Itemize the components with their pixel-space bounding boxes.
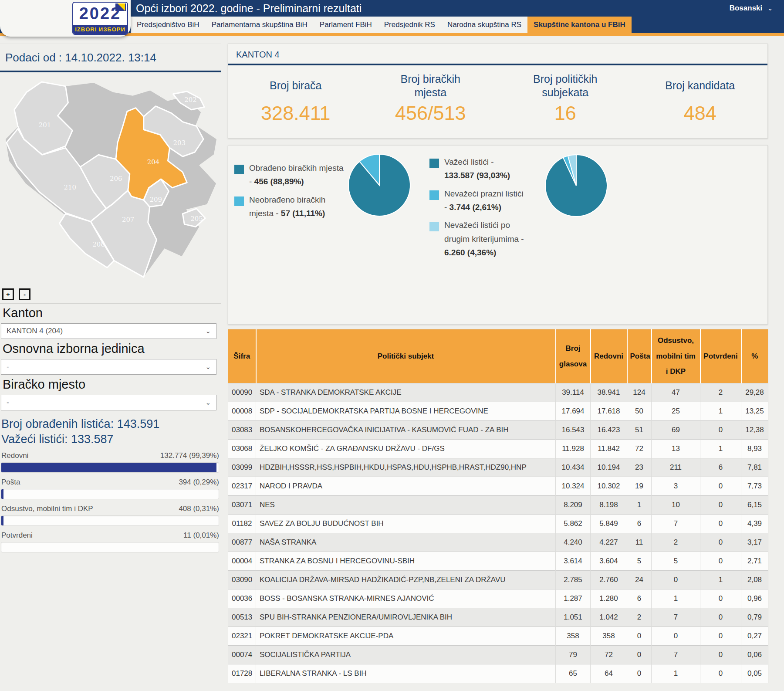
party-code-cell: 00004 <box>228 552 256 571</box>
nav-tab-3[interactable]: Predsjednik RS <box>378 17 441 33</box>
value-cell: 0 <box>627 646 652 664</box>
bar-track <box>1 515 219 526</box>
party-code-cell: 02321 <box>228 627 256 646</box>
table-row: 00004STRANKA ZA BOSNU I HERCEGOVINU-SBIH… <box>228 552 768 571</box>
party-name-cell: SOCIJALISTIČKA PARTIJA <box>256 646 556 664</box>
value-cell: 51 <box>627 421 652 440</box>
value-cell: 19 <box>627 477 652 496</box>
kanton-stats: Broj birača328.411Broj biračkih mjesta45… <box>228 65 767 125</box>
value-cell: 25 <box>652 402 700 421</box>
party-name-cell: NAROD I PRAVDA <box>256 477 556 496</box>
pie-chart-listici <box>544 153 609 218</box>
table-row: 02317NAROD I PRAVDA10.32410.30219307,73 <box>228 477 768 496</box>
value-cell: 1.051 <box>556 608 591 627</box>
value-cell: 72 <box>591 646 627 664</box>
value-cell: 12,38 <box>741 421 768 440</box>
language-selector[interactable]: Bosanski ⌄ <box>730 0 773 17</box>
page: Opći izbori 2022. godine - Preliminarni … <box>0 0 784 691</box>
value-cell: 7,81 <box>741 458 768 477</box>
izborna-jedinica-select[interactable]: - ⌄ <box>1 359 216 375</box>
map-zoom-out-button[interactable]: - <box>19 288 30 300</box>
kanton-stat-label: Broj političkih subjekata <box>498 71 633 100</box>
value-cell: 64 <box>591 664 627 683</box>
bar-label: Redovni <box>1 451 28 460</box>
nav-tab-4[interactable]: Narodna skupština RS <box>441 17 527 33</box>
map-label-206: 206 <box>110 175 122 183</box>
value-cell: 0 <box>700 421 741 440</box>
value-cell: 3.614 <box>556 552 591 571</box>
party-code-cell: 00090 <box>228 383 256 402</box>
map-zoom-in-button[interactable]: + <box>2 288 14 300</box>
table-row: 00877NAŠA STRANKA4.2404.22711203,17 <box>228 533 768 552</box>
party-name-cell: ŽELJKO KOMŠIĆ - ZA GRAĐANSKU DRŽAVU - DF… <box>256 440 556 458</box>
value-cell: 1 <box>700 440 741 458</box>
valid-ballots-total: Važeći listići: 133.587 <box>1 433 221 446</box>
value-cell: 2.760 <box>591 571 627 589</box>
charts-panel: Obrađeno biračkih mjesta - 456 (88,89%)N… <box>228 145 768 325</box>
value-cell: 0 <box>700 533 741 552</box>
value-cell: 5 <box>627 552 652 571</box>
nav-tab-2[interactable]: Parlament FBiH <box>314 17 378 33</box>
nav-tab-0[interactable]: Predsjedništvo BiH <box>131 17 206 33</box>
legend-text: Važeći listići - 133.587 (93,03%) <box>444 155 525 183</box>
table-row: 01182SAVEZ ZA BOLJU BUDUĆNOST BIH5.8625.… <box>228 515 768 533</box>
nav-tab-1[interactable]: Parlamentarna skupština BiH <box>206 17 314 33</box>
election-logo: 2022 IZBORI ИЗБОРИ <box>72 2 128 35</box>
value-cell: 6 <box>627 589 652 608</box>
value-cell: 3.604 <box>591 552 627 571</box>
value-cell: 0 <box>627 664 652 683</box>
table-row: 03068ŽELJKO KOMŠIĆ - ZA GRAĐANSKU DRŽAVU… <box>228 440 768 458</box>
kanton-select-value: KANTON 4 (204) <box>7 327 63 335</box>
processed-ballots-total: Broj obrađenih listića: 143.591 <box>1 417 221 431</box>
value-cell: 2,71 <box>741 552 768 571</box>
value-cell: 72 <box>627 440 652 458</box>
value-cell: 0 <box>700 627 741 646</box>
party-name-cell: BOSANSKOHERCEGOVAČKA INICIJATIVA - KASUM… <box>256 421 556 440</box>
left-controls: + - Kanton KANTON 4 (204) ⌄ Osnovna izbo… <box>0 288 221 552</box>
party-code-cell: 03083 <box>228 421 256 440</box>
legend-item: Nevažeći listići po drugim kriterijumima… <box>429 218 525 259</box>
value-cell: 0,96 <box>741 589 768 608</box>
value-cell: 17.618 <box>591 402 627 421</box>
column-header-0: Šifra <box>228 329 256 383</box>
value-cell: 0 <box>700 477 741 496</box>
map-label-201: 201 <box>39 121 51 129</box>
map-label-210: 210 <box>64 183 76 191</box>
value-cell: 65 <box>556 664 591 683</box>
legend-item: Važeći listići - 133.587 (93,03%) <box>429 155 525 183</box>
value-cell: 13,25 <box>741 402 768 421</box>
pie-legend-listici: Važeći listići - 133.587 (93,03%)Nevažeć… <box>429 155 525 264</box>
value-cell: 5.849 <box>591 515 627 533</box>
value-cell: 6 <box>700 458 741 477</box>
map-label-203: 203 <box>173 139 185 147</box>
biracko-mjesto-label: Biračko mjesto <box>3 377 221 392</box>
biracko-mjesto-select[interactable]: - ⌄ <box>1 395 216 410</box>
izborna-jedinica-label: Osnovna izborna jedinica <box>3 342 221 356</box>
party-code-cell: 02317 <box>228 477 256 496</box>
nav-tab-5[interactable]: Skupštine kantona u FBiH <box>527 17 632 33</box>
chevron-down-icon: ⌄ <box>205 327 211 335</box>
value-cell: 0 <box>700 664 741 683</box>
party-name-cell: SDP - SOCIJALDEMOKRATSKA PARTIJA BOSNE I… <box>256 402 556 421</box>
column-header-3: Redovni <box>591 329 627 383</box>
party-name-cell: SAVEZ ZA BOLJU BUDUĆNOST BIH <box>256 515 556 533</box>
kanton-select[interactable]: KANTON 4 (204) ⌄ <box>1 323 216 339</box>
party-code-cell: 00008 <box>228 402 256 421</box>
bar-label: Potvrđeni <box>1 531 33 540</box>
value-cell: 6 <box>627 515 652 533</box>
value-cell: 0,06 <box>741 646 768 664</box>
value-cell: 0 <box>700 608 741 627</box>
party-name-cell: BOSS - BOSANSKA STRANKA-MIRNES AJANOVIĆ <box>256 589 556 608</box>
kanton-stat-label: Broj kandidata <box>633 71 768 100</box>
kanton-stat-value: 328.411 <box>228 102 363 125</box>
column-header-6: Potvrđeni <box>700 329 741 383</box>
bar-fill <box>1 489 3 499</box>
value-cell: 3,17 <box>741 533 768 552</box>
chevron-down-icon: ⌄ <box>767 5 773 12</box>
party-name-cell: SDA - STRANKA DEMOKRATSKE AKCIJE <box>256 383 556 402</box>
bar-label-row: Potvrđeni11 (0,01%) <box>1 531 219 540</box>
results-table: ŠifraPolitički subjektBroj glasovaRedovn… <box>228 329 768 683</box>
value-cell: 7 <box>652 608 700 627</box>
value-cell: 11.928 <box>556 440 591 458</box>
value-cell: 50 <box>627 402 652 421</box>
